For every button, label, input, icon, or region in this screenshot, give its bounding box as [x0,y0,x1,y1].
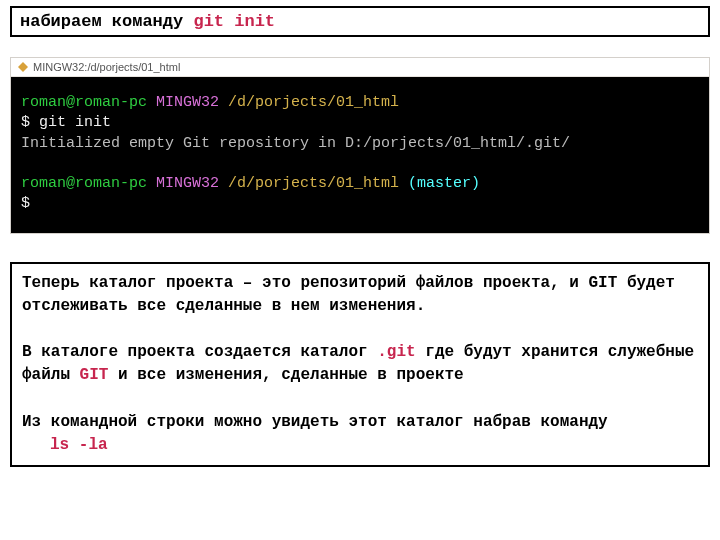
explanation-text: В каталоге проекта создается каталог [22,343,377,361]
terminal-line: roman@roman-pc MINGW32 /d/porjects/01_ht… [21,174,699,194]
terminal-titlebar: MINGW32:/d/porjects/01_html [11,58,709,77]
terminal-icon [17,61,29,73]
terminal-blank-line [21,154,699,174]
instruction-header: набираем команду git init [10,6,710,37]
terminal-title-text: MINGW32:/d/porjects/01_html [33,61,180,73]
prompt-sys: MINGW32 [147,94,228,111]
ls-command: ls -la [22,434,698,457]
explanation-paragraph: Из командной строки можно увидеть этот к… [22,411,698,434]
prompt-branch: (master) [408,175,480,192]
svg-marker-0 [18,62,28,72]
instruction-command: git init [193,12,275,31]
instruction-text: набираем команду [20,12,193,31]
prompt-user: roman@roman-pc [21,94,147,111]
explanation-paragraph: Теперь каталог проекта – это репозиторий… [22,272,698,318]
terminal-window: MINGW32:/d/porjects/01_html roman@roman-… [10,57,710,234]
explanation-box: Теперь каталог проекта – это репозиторий… [10,262,710,468]
prompt-path: /d/porjects/01_html [228,175,408,192]
terminal-line: $ git init [21,113,699,133]
terminal-body: roman@roman-pc MINGW32 /d/porjects/01_ht… [11,77,709,233]
terminal-line: $ [21,194,699,214]
explanation-text: и все изменения, сделанные в проекте [108,366,463,384]
prompt-path: /d/porjects/01_html [228,94,399,111]
terminal-line: Initialized empty Git repository in D:/p… [21,134,699,154]
git-keyword: GIT [80,366,109,384]
prompt-sys: MINGW32 [147,175,228,192]
explanation-paragraph: В каталоге проекта создается каталог .gi… [22,341,698,387]
prompt-user: roman@roman-pc [21,175,147,192]
terminal-line: roman@roman-pc MINGW32 /d/porjects/01_ht… [21,93,699,113]
dot-git-keyword: .git [377,343,415,361]
